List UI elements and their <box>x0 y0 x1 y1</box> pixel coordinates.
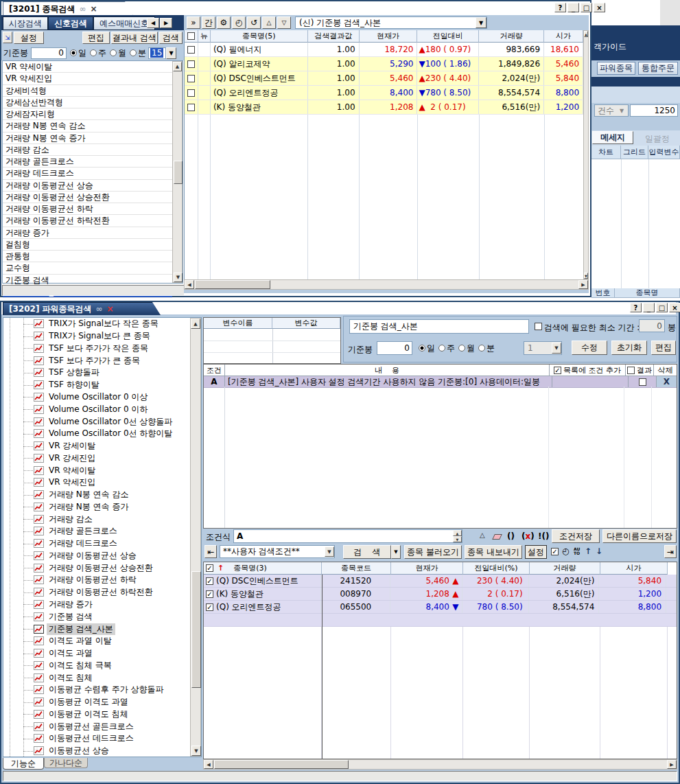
result-checkbox[interactable] <box>627 367 635 374</box>
tree-item[interactable]: TSF 하향이탈 <box>3 379 189 391</box>
tree-item[interactable]: TRIX가 Signal보다 큰 종목 <box>3 330 189 343</box>
row-checkbox[interactable]: ✓ <box>206 603 213 611</box>
tree-item[interactable]: 기준봉 검색 <box>3 610 189 623</box>
col-add-to-list[interactable]: ✓목록에 조건 추가 <box>550 365 626 376</box>
list-item[interactable]: 거래량 증가 <box>3 227 172 239</box>
tree-item[interactable]: 거래량 데드크로스 <box>3 538 189 550</box>
row-checkbox[interactable]: ✓ <box>206 577 213 585</box>
power-stock-button[interactable]: 파워종목 <box>597 62 635 75</box>
tree-item[interactable]: VR 약세진입 <box>3 476 189 489</box>
col-거래량[interactable]: 거래량 <box>530 562 600 575</box>
tree-item[interactable]: 이격도 침체 <box>3 671 189 684</box>
col-시가[interactable]: 시가 <box>600 562 668 575</box>
tree-item[interactable]: 거래량 감소 <box>3 513 189 525</box>
list-item[interactable]: 거래량 이동평균선 하락전환 <box>3 215 172 227</box>
shift-right-icon[interactable]: ⇥ <box>664 545 677 558</box>
tree-item[interactable]: 이동평균선 상승 <box>3 745 189 757</box>
help-button[interactable]: ? <box>630 303 642 312</box>
col-var-value[interactable]: 변수값 <box>272 318 340 329</box>
base-candle-input[interactable]: 0 <box>31 47 67 59</box>
reset-button[interactable]: 초기화 <box>611 341 647 355</box>
edit-button[interactable]: 편집 <box>651 341 676 355</box>
tab-close-icon[interactable]: × <box>91 4 97 14</box>
tree-item[interactable]: Volume Oscillator 0선 상향돌파 <box>3 415 189 428</box>
count-input[interactable]: 1250 <box>630 104 678 117</box>
search-button[interactable]: 검색 <box>159 32 183 44</box>
min-period-input[interactable]: 0 <box>639 319 665 332</box>
list-item[interactable]: 강세삼선반격형 <box>3 97 172 108</box>
scrollbar-thumb[interactable] <box>195 280 270 289</box>
tree-item[interactable]: TSF 보다 주가가 작은 종목 <box>3 343 189 355</box>
tab-예스매매신호[interactable]: 예스매매신호 <box>93 16 155 30</box>
tree-item[interactable]: TSF 상향돌파 <box>3 367 189 379</box>
close-button[interactable]: × <box>669 303 680 312</box>
table-row[interactable]: (K) 동양철관1.001,208▲ 2 ( 0.17)6,516(만)1,20… <box>185 100 583 115</box>
search-button[interactable]: 검 색 <box>343 545 391 559</box>
tab-신호검색[interactable]: 신호검색 <box>48 16 93 30</box>
select-all-checkbox[interactable] <box>187 32 195 40</box>
gear-icon[interactable]: ⚙ <box>217 16 231 29</box>
tree-scrollbar[interactable]: ▲ ▼ <box>190 318 201 757</box>
radio-분[interactable]: 분 <box>130 47 146 59</box>
list-item[interactable]: 강세잠자리형 <box>3 108 172 120</box>
batch-button[interactable]: 일괄정 <box>645 133 670 145</box>
alarm-clock-icon[interactable]: ◴ <box>232 16 246 29</box>
col-종목코드[interactable]: 종목코드 <box>322 562 391 575</box>
search-dropdown-icon[interactable]: ▼ <box>391 545 401 559</box>
tree-item[interactable]: VR 약세이탈 <box>3 464 189 476</box>
clock-icon[interactable]: ◴ <box>562 546 569 556</box>
expand-icon[interactable]: » <box>187 16 200 29</box>
row-checkbox[interactable] <box>187 104 195 111</box>
scrollbar-thumb[interactable] <box>191 571 201 688</box>
radio-일[interactable]: 일 <box>70 47 86 59</box>
tree-item[interactable]: VR 강세진입 <box>3 452 189 464</box>
modify-button[interactable]: 수정 <box>572 341 607 355</box>
tree-item[interactable]: Volume Oscillator 0 이하 <box>3 403 189 415</box>
w1-hscrollbar[interactable]: ◀ ▶ <box>184 279 589 290</box>
scrollbar-thumb[interactable] <box>174 161 183 184</box>
settings-button[interactable]: 설정 <box>14 32 44 44</box>
delete-condition-button[interactable]: X <box>657 376 677 387</box>
result-row[interactable]: ✓(Q) 오리엔트정공0655008,400▼780 ( 8.50)8,554,… <box>204 601 677 614</box>
tab-시장검색[interactable]: 시장검색 <box>3 16 48 30</box>
list-item[interactable]: 걸침형 <box>3 239 172 251</box>
minimize-button[interactable]: _ <box>643 303 655 312</box>
chevron-down-icon[interactable]: ▼ <box>476 17 486 28</box>
window-tab[interactable]: [3201] 종목검색 ∞ × <box>3 1 133 16</box>
tree-item[interactable]: 이동평균 수렴후 주가 상향돌파 <box>3 684 189 696</box>
list-item[interactable]: 거래량 데드크로스 <box>3 168 172 179</box>
list-item[interactable]: 거래량 이동평균선 상승전환 <box>3 192 172 203</box>
window-tab[interactable]: [3202] 파워종목검색 ∞ × <box>3 302 161 315</box>
table-row[interactable]: (Q) DSC인베스트먼트1.005,460▲230 ( 4.40)2,024(… <box>185 71 583 86</box>
col-뉴[interactable]: 뉴 <box>198 30 211 43</box>
triangle-down-icon[interactable]: ▽ <box>277 16 291 29</box>
row-checkbox[interactable] <box>187 60 195 68</box>
interval-dropdown[interactable]: 1▼ <box>524 341 562 355</box>
auto-icon[interactable]: AUTO <box>574 547 580 555</box>
result-checkbox[interactable] <box>639 378 646 386</box>
table-row[interactable]: (Q) 필에너지1.0018,720▲180 ( 0.97)983,66918,… <box>185 43 583 57</box>
list-item[interactable]: 교수형 <box>3 262 172 274</box>
tree-item[interactable]: 이동평균선 데드크로스 <box>3 733 189 745</box>
minute-dropdown[interactable]: 15 <box>148 47 166 59</box>
tab-scroll-left-icon[interactable]: ◀ <box>147 18 159 28</box>
col-grid[interactable]: 그리드 <box>621 146 648 159</box>
col-거래량[interactable]: 거래량 <box>479 30 544 43</box>
tab-alphabetical-order[interactable]: 가나다순 <box>44 758 88 768</box>
list-item[interactable]: 거래량 이동평균선 하락 <box>3 203 172 215</box>
save-as-button[interactable]: 다른이름으로저장 <box>602 529 677 543</box>
eraser-icon[interactable] <box>492 534 502 540</box>
settings-button[interactable]: 설정 <box>525 545 547 559</box>
list-item[interactable]: 거래량 골든크로스 <box>3 156 172 168</box>
w1-vscrollbar[interactable]: ▲ ▼ <box>583 30 589 279</box>
tree-item[interactable]: 거래량 N봉 연속 감소 <box>3 489 189 501</box>
tree-item[interactable]: 거래량 증가 <box>3 599 189 611</box>
tree-item[interactable]: 이격도 침체 극복 <box>3 659 189 671</box>
list-item[interactable]: 거래량 이동평균선 상승 <box>3 180 172 192</box>
tree-item[interactable]: Volume Oscillator 0선 하향이탈 <box>3 428 189 440</box>
tree-item[interactable]: VR 강세이탈 <box>3 440 189 452</box>
load-stocks-button[interactable]: 종목 불러오기 <box>404 545 462 559</box>
minimize-button[interactable]: _ <box>567 3 579 12</box>
tree-item[interactable]: 거래량 이동평균선 하락 <box>3 574 189 586</box>
table-row[interactable]: (Q) 알리코제약1.005,290▼100 ( 1.86)1,849,8265… <box>185 57 583 71</box>
